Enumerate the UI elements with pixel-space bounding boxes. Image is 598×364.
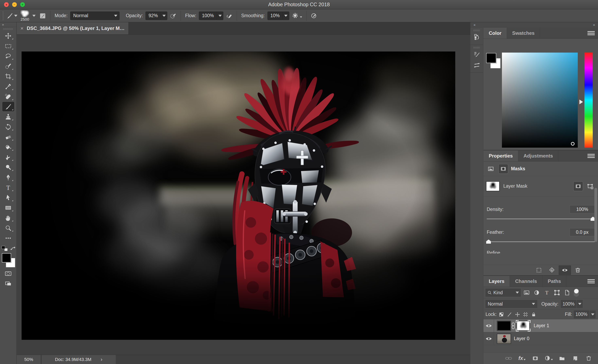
layer-1-thumbnail[interactable] — [497, 321, 511, 331]
layer-1-mask-thumbnail[interactable] — [516, 320, 531, 331]
color-panel-foreground-swatch[interactable] — [486, 53, 496, 63]
screen-mode-button[interactable] — [2, 279, 15, 288]
collapse-dock-icon[interactable]: « — [473, 23, 475, 27]
eraser-tool[interactable] — [2, 132, 15, 142]
toggle-brush-settings-button[interactable] — [40, 13, 46, 19]
filter-type-select[interactable]: Kind — [485, 288, 521, 297]
lock-transparent-pixels-button[interactable] — [498, 311, 505, 318]
tab-swatches[interactable]: Swatches — [507, 28, 540, 39]
layer-blend-mode-select[interactable]: Normal — [485, 299, 538, 308]
close-tab-icon[interactable]: × — [20, 26, 24, 31]
brush-tool[interactable] — [2, 101, 15, 112]
new-adjustment-layer-button[interactable] — [544, 354, 553, 363]
link-layers-button[interactable] — [504, 354, 513, 363]
brush-settings-panel-button[interactable] — [470, 49, 483, 59]
density-value-field[interactable]: 100% — [570, 205, 595, 213]
lock-all-button[interactable] — [530, 311, 537, 318]
status-chevron-icon[interactable]: › — [101, 356, 103, 363]
history-brush-tool[interactable] — [2, 122, 15, 132]
saturation-brightness-picker[interactable] — [502, 53, 578, 148]
add-layer-mask-button[interactable] — [531, 354, 540, 363]
filter-pixel-layers-button[interactable] — [522, 288, 531, 297]
default-colors-icon[interactable] — [2, 246, 8, 251]
opacity-combo[interactable]: 92% — [145, 12, 167, 20]
lock-position-button[interactable] — [514, 311, 521, 318]
toolbar-grip[interactable] — [3, 28, 13, 30]
filter-smart-objects-button[interactable] — [562, 288, 572, 297]
filter-type-layers-button[interactable]: T — [542, 288, 551, 297]
lock-image-pixels-button[interactable] — [506, 311, 513, 318]
foreground-color-swatch[interactable] — [2, 253, 11, 263]
pen-tool[interactable] — [2, 172, 15, 182]
brush-preset-caret-icon[interactable] — [32, 15, 36, 17]
feather-value-field[interactable]: 0.0 px — [570, 228, 595, 236]
filter-toggle-switch[interactable] — [574, 289, 579, 297]
feather-slider[interactable] — [487, 241, 595, 242]
edit-toolbar-button[interactable] — [2, 233, 15, 243]
eyedropper-tool[interactable] — [2, 81, 15, 91]
quick-mask-button[interactable] — [2, 269, 15, 278]
new-layer-button[interactable] — [571, 354, 580, 363]
new-group-button[interactable] — [557, 354, 566, 363]
quick-selection-tool[interactable] — [2, 61, 15, 71]
load-selection-from-mask-button[interactable] — [533, 265, 545, 275]
tab-layers[interactable]: Layers — [483, 276, 510, 287]
density-slider[interactable] — [487, 219, 595, 219]
tab-channels[interactable]: Channels — [510, 276, 542, 287]
document-tab[interactable]: × DSC_3684.JPG @ 50% (Layer 1, Layer Mas… — [17, 22, 129, 34]
layer-fill-combo[interactable]: 100% — [573, 310, 596, 319]
canvas-image[interactable] — [22, 51, 455, 340]
pressure-size-button[interactable] — [311, 13, 317, 19]
tab-color[interactable]: Color — [483, 28, 507, 39]
mask-link-icon[interactable] — [511, 322, 515, 329]
layer-0-visibility[interactable] — [483, 332, 494, 345]
layer-0-thumbnail[interactable] — [497, 334, 511, 343]
doc-size-indicator[interactable]: Doc: 34.9M/43.3M › — [42, 355, 116, 364]
layer-row-0[interactable]: Layer 0 — [483, 332, 598, 345]
paint-bucket-tool[interactable] — [2, 142, 15, 152]
options-bar-grip[interactable] — [2, 12, 3, 20]
swap-colors-icon[interactable] — [10, 246, 16, 251]
tool-preset-picker[interactable] — [7, 13, 17, 19]
dodge-tool[interactable] — [2, 162, 15, 172]
mask-properties-button[interactable] — [498, 164, 508, 174]
rectangular-marquee-tool[interactable] — [2, 41, 15, 51]
layer-1-name[interactable]: Layer 1 — [534, 323, 549, 328]
clone-stamp-tool[interactable] — [2, 112, 15, 122]
smoothing-combo[interactable]: 10% — [267, 12, 289, 20]
hue-slider-arrow[interactable] — [579, 99, 583, 104]
color-panel-menu-icon[interactable] — [588, 31, 595, 36]
zoom-window-icon[interactable]: + — [20, 2, 25, 7]
layer-row-1[interactable]: Layer 1 — [483, 319, 598, 332]
delete-mask-button[interactable] — [572, 265, 584, 275]
layer-0-name[interactable]: Layer 0 — [514, 336, 529, 341]
properties-scrollbar[interactable] — [594, 188, 597, 242]
dock-grip[interactable] — [473, 30, 480, 31]
color-picker-cursor[interactable] — [571, 142, 574, 146]
smoothing-options-button[interactable] — [292, 13, 302, 19]
zoom-tool[interactable] — [2, 223, 15, 233]
layer-1-visibility[interactable] — [483, 319, 494, 332]
select-layer-mask-button[interactable] — [573, 182, 583, 191]
layers-panel-menu-icon[interactable] — [588, 279, 595, 284]
type-tool[interactable]: T — [2, 182, 15, 192]
brush-preset-picker[interactable]: 2500 — [20, 10, 29, 21]
zoom-level-field[interactable]: 50% — [17, 355, 41, 364]
properties-panel-menu-icon[interactable] — [588, 154, 595, 158]
smudge-tool[interactable] — [2, 152, 15, 162]
toolbar-collapse-button[interactable]: » — [0, 22, 17, 27]
delete-layer-button[interactable] — [584, 354, 593, 363]
hue-ramp[interactable] — [584, 53, 593, 148]
blend-mode-select[interactable]: Normal — [70, 12, 120, 20]
enable-mask-button[interactable] — [559, 265, 571, 275]
feather-slider-thumb[interactable] — [486, 240, 491, 244]
brushes-panel-button[interactable] — [470, 59, 483, 70]
lock-artboard-button[interactable] — [522, 311, 529, 318]
airbrush-button[interactable] — [226, 13, 233, 19]
lasso-tool[interactable] — [2, 51, 15, 61]
filter-adjustment-layers-button[interactable] — [532, 288, 541, 297]
apply-mask-button[interactable] — [546, 265, 558, 275]
pixel-layer-properties-button[interactable] — [486, 164, 496, 174]
close-window-icon[interactable]: ● — [4, 2, 9, 7]
minimize-window-icon[interactable]: − — [12, 2, 17, 7]
